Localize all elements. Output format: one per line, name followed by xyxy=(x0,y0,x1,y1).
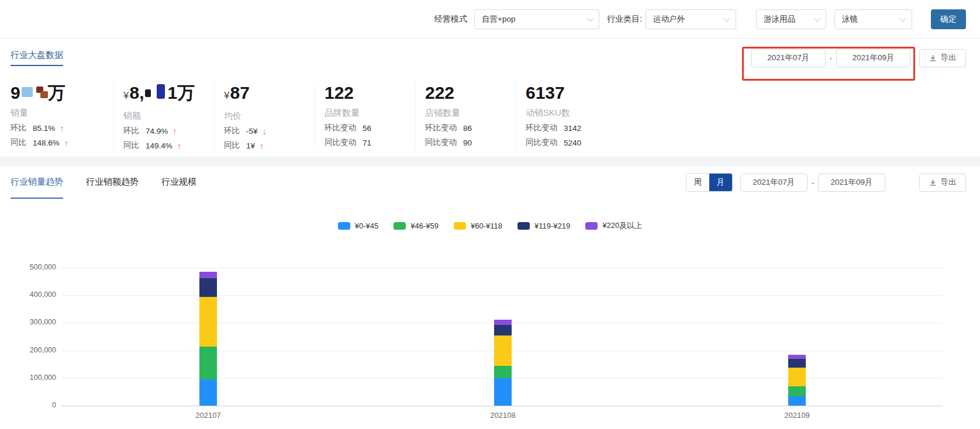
card-stat-row: 环比变动3142 xyxy=(526,123,616,133)
confirm-button[interactable]: 确定 xyxy=(931,9,966,29)
industry-dashboard-page: 经营模式 自营+pop 行业类目: 运动户外 游泳用品 泳镜 确定 行业大盘数据… xyxy=(0,0,980,429)
bar-chart: 0100,000200,000300,000400,000500,0002021… xyxy=(0,235,980,429)
redacted-digit-block xyxy=(22,87,33,97)
business-mode-label: 经营模式 xyxy=(434,14,467,25)
category-level2-select[interactable]: 游泳用品 xyxy=(756,9,826,29)
export-button-label: 导出 xyxy=(941,53,957,63)
overview-header: 行业大盘数据 2021年07月 - 2021年09月 导出 xyxy=(0,39,980,77)
bar-segment[interactable] xyxy=(199,297,217,347)
trend-controls: 周 月 2021年07月 - 2021年09月 导出 xyxy=(686,173,966,192)
tab-industry-scale[interactable]: 行业规模 xyxy=(161,166,196,199)
trend-start-date-picker[interactable]: 2021年07月 xyxy=(740,174,808,192)
stat-value: 149.4% xyxy=(146,141,172,150)
stat-value: 5240 xyxy=(564,139,581,147)
bar-segment[interactable] xyxy=(199,347,217,379)
overview-start-date-picker[interactable]: 2021年07月 xyxy=(751,49,826,67)
overview-section-title[interactable]: 行业大盘数据 xyxy=(11,50,63,66)
card-label: 销量 xyxy=(11,108,113,119)
bar-segment[interactable] xyxy=(199,278,217,297)
chevron-down-icon xyxy=(814,15,820,21)
bar-segment[interactable] xyxy=(788,355,806,359)
up-arrow-icon: ↑ xyxy=(60,123,64,133)
legend-item[interactable]: ¥119-¥219 xyxy=(517,222,570,230)
stat-key: 环比变动 xyxy=(325,123,356,133)
bar-segment[interactable] xyxy=(788,359,806,368)
trend-end-date-picker[interactable]: 2021年09月 xyxy=(818,174,885,192)
chevron-down-icon xyxy=(724,15,730,21)
bar-segment[interactable] xyxy=(788,368,806,386)
card-value: 222 xyxy=(425,83,516,103)
card-value-text: 6137 xyxy=(526,83,565,102)
trend-section: 行业销量趋势行业销额趋势行业规模 周 月 2021年07月 - 2021年09月… xyxy=(0,166,980,429)
card-value: 6137 xyxy=(526,83,616,103)
stat-key: 环比变动 xyxy=(526,123,557,133)
redacted-digit-block xyxy=(145,89,151,97)
bar-segment[interactable] xyxy=(494,335,512,366)
stat-value: -5¥ xyxy=(246,127,258,136)
category-level2-value: 游泳用品 xyxy=(764,14,795,25)
stat-key: 同比变动 xyxy=(425,137,457,148)
card-value: 9万 xyxy=(11,83,113,103)
category-level3-select[interactable]: 泳镜 xyxy=(834,9,912,29)
stat-card: 6137动销SKU数环比变动3142同比变动5240 xyxy=(516,83,616,148)
card-value: 122 xyxy=(325,83,415,103)
y-axis-tick-label: 500,000 xyxy=(9,263,56,271)
date-range-separator: - xyxy=(830,54,832,63)
stat-card: ¥8,1万销额环比74.9%↑同比149.4%↑ xyxy=(113,83,214,151)
business-mode-value: 自营+pop xyxy=(482,14,515,25)
legend-item[interactable]: ¥60-¥118 xyxy=(454,222,502,230)
x-axis-tick-label: 202109 xyxy=(768,411,826,420)
overview-controls: 2021年07月 - 2021年09月 导出 xyxy=(751,49,966,67)
card-label: 销额 xyxy=(123,110,214,122)
download-icon xyxy=(929,54,937,62)
legend-item[interactable]: ¥0-¥45 xyxy=(338,222,378,230)
bar-segment[interactable] xyxy=(199,272,217,278)
stat-card: 122品牌数量环比变动56同比变动71 xyxy=(315,83,415,148)
card-value-text: 87 xyxy=(230,83,249,102)
stat-value: 74.9% xyxy=(146,127,168,136)
date-range-separator: - xyxy=(812,178,814,187)
bar-segment[interactable] xyxy=(494,320,512,325)
bar-segment[interactable] xyxy=(199,379,217,406)
stat-key: 同比 xyxy=(123,140,139,151)
bar-segment[interactable] xyxy=(494,366,512,378)
legend-item[interactable]: ¥220及以上 xyxy=(585,220,642,231)
x-axis-tick-label: 202107 xyxy=(179,411,237,420)
overview-end-date-picker[interactable]: 2021年09月 xyxy=(836,49,910,67)
month-toggle-button[interactable]: 月 xyxy=(709,174,732,191)
stat-value: 3142 xyxy=(564,124,581,133)
tab-revenue-trend[interactable]: 行业销额趋势 xyxy=(86,166,139,199)
trend-export-button[interactable]: 导出 xyxy=(919,174,966,192)
category-level1-select[interactable]: 运动户外 xyxy=(646,9,736,29)
legend-label: ¥119-¥219 xyxy=(534,222,570,230)
card-label: 店铺数量 xyxy=(425,108,516,119)
bar-segment[interactable] xyxy=(494,378,512,406)
y-axis-tick-label: 0 xyxy=(9,401,56,409)
card-stat-row: 环比85.1%↑ xyxy=(11,123,113,133)
stat-card: 222店铺数量环比变动86同比变动90 xyxy=(415,83,516,148)
card-stat-row: 同比1¥↑ xyxy=(224,140,315,151)
legend-item[interactable]: ¥46-¥59 xyxy=(394,222,439,230)
tab-volume-trend[interactable]: 行业销量趋势 xyxy=(11,166,63,199)
download-icon xyxy=(929,179,937,186)
bar-segment[interactable] xyxy=(788,386,806,396)
card-stat-row: 环比-5¥↓ xyxy=(224,126,315,136)
business-mode-select[interactable]: 自营+pop xyxy=(474,9,599,29)
up-arrow-icon: ↑ xyxy=(177,141,182,151)
overview-export-button[interactable]: 导出 xyxy=(919,49,966,67)
legend-swatch xyxy=(517,222,530,230)
bar-segment[interactable] xyxy=(494,325,512,335)
stat-value: 56 xyxy=(363,124,371,133)
legend-swatch xyxy=(585,222,598,230)
card-value: ¥87 xyxy=(224,83,315,106)
stat-value: 71 xyxy=(363,139,371,147)
card-stat-row: 同比变动90 xyxy=(425,137,516,148)
y-axis-tick-label: 200,000 xyxy=(9,346,56,354)
card-value-text: 122 xyxy=(325,83,354,102)
stat-key: 环比 xyxy=(11,123,26,133)
stat-key: 同比 xyxy=(224,140,240,151)
card-stat-row: 同比变动5240 xyxy=(526,137,616,148)
stat-key: 环比 xyxy=(123,126,139,136)
bar-segment[interactable] xyxy=(788,396,806,406)
week-toggle-button[interactable]: 周 xyxy=(686,174,709,191)
